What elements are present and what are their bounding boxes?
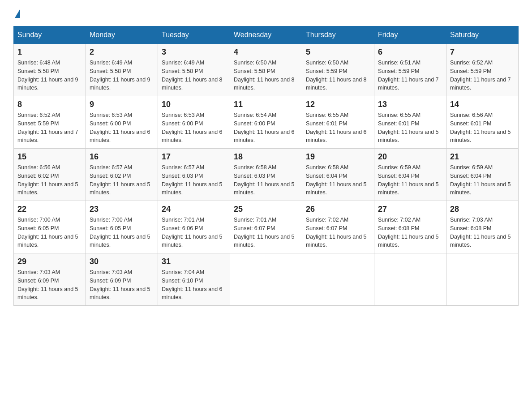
calendar-day-cell: 12 Sunrise: 6:55 AMSunset: 6:01 PMDaylig… — [302, 96, 374, 149]
day-of-week-header: Sunday — [14, 26, 86, 44]
day-info: Sunrise: 7:01 AMSunset: 6:07 PMDaylight:… — [234, 216, 298, 249]
calendar-header: SundayMondayTuesdayWednesdayThursdayFrid… — [14, 26, 519, 44]
day-info: Sunrise: 6:54 AMSunset: 6:00 PMDaylight:… — [234, 111, 298, 145]
calendar-day-cell: 6 Sunrise: 6:51 AMSunset: 5:59 PMDayligh… — [374, 44, 446, 96]
day-number: 10 — [162, 100, 226, 109]
day-number: 24 — [162, 205, 226, 214]
day-info: Sunrise: 6:58 AMSunset: 6:03 PMDaylight:… — [234, 163, 298, 197]
calendar-day-cell: 26 Sunrise: 7:02 AMSunset: 6:07 PMDaylig… — [302, 201, 374, 253]
day-number: 7 — [450, 47, 515, 57]
day-info: Sunrise: 7:03 AMSunset: 6:09 PMDaylight:… — [90, 268, 154, 302]
day-number: 20 — [378, 152, 442, 162]
calendar-day-cell: 15 Sunrise: 6:56 AMSunset: 6:02 PMDaylig… — [14, 149, 86, 201]
logo-arrow-icon — [15, 9, 20, 18]
calendar-table: SundayMondayTuesdayWednesdayThursdayFrid… — [13, 26, 519, 306]
day-number: 27 — [378, 205, 442, 214]
day-info: Sunrise: 6:55 AMSunset: 6:01 PMDaylight:… — [306, 111, 370, 145]
day-of-week-header: Friday — [374, 26, 446, 44]
day-of-week-header: Monday — [86, 26, 158, 44]
calendar-day-cell: 19 Sunrise: 6:58 AMSunset: 6:04 PMDaylig… — [302, 149, 374, 201]
day-number: 5 — [306, 47, 370, 57]
day-number: 11 — [234, 100, 298, 109]
day-number: 28 — [450, 205, 515, 214]
calendar-day-cell: 29 Sunrise: 7:03 AMSunset: 6:09 PMDaylig… — [14, 253, 86, 306]
day-of-week-header: Thursday — [302, 26, 374, 44]
day-number: 12 — [306, 100, 370, 109]
day-number: 30 — [90, 257, 154, 266]
day-info: Sunrise: 6:55 AMSunset: 6:01 PMDaylight:… — [378, 111, 442, 145]
calendar-day-cell: 11 Sunrise: 6:54 AMSunset: 6:00 PMDaylig… — [230, 96, 302, 149]
day-info: Sunrise: 7:00 AMSunset: 6:05 PMDaylight:… — [17, 216, 82, 249]
day-number: 2 — [90, 47, 154, 57]
day-info: Sunrise: 6:49 AMSunset: 5:58 PMDaylight:… — [162, 59, 226, 92]
day-number: 22 — [17, 205, 82, 214]
calendar-day-cell: 20 Sunrise: 6:59 AMSunset: 6:04 PMDaylig… — [374, 149, 446, 201]
calendar-day-cell: 27 Sunrise: 7:02 AMSunset: 6:08 PMDaylig… — [374, 201, 446, 253]
calendar-day-cell — [230, 253, 302, 306]
day-number: 14 — [450, 100, 515, 109]
calendar-day-cell: 14 Sunrise: 6:56 AMSunset: 6:01 PMDaylig… — [446, 96, 519, 149]
day-number: 6 — [378, 47, 442, 57]
calendar-day-cell: 10 Sunrise: 6:53 AMSunset: 6:00 PMDaylig… — [158, 96, 230, 149]
calendar-day-cell: 3 Sunrise: 6:49 AMSunset: 5:58 PMDayligh… — [158, 44, 230, 96]
day-info: Sunrise: 6:56 AMSunset: 6:01 PMDaylight:… — [450, 111, 515, 145]
calendar-day-cell — [302, 253, 374, 306]
calendar-day-cell: 7 Sunrise: 6:52 AMSunset: 5:59 PMDayligh… — [446, 44, 519, 96]
day-info: Sunrise: 6:59 AMSunset: 6:04 PMDaylight:… — [450, 163, 515, 197]
day-number: 17 — [162, 152, 226, 162]
day-info: Sunrise: 6:53 AMSunset: 6:00 PMDaylight:… — [90, 111, 154, 145]
day-info: Sunrise: 6:56 AMSunset: 6:02 PMDaylight:… — [17, 163, 82, 197]
day-info: Sunrise: 6:52 AMSunset: 5:59 PMDaylight:… — [450, 59, 515, 92]
day-number: 26 — [306, 205, 370, 214]
calendar-day-cell: 1 Sunrise: 6:48 AMSunset: 5:58 PMDayligh… — [14, 44, 86, 96]
day-info: Sunrise: 7:02 AMSunset: 6:08 PMDaylight:… — [378, 216, 442, 249]
day-number: 15 — [17, 152, 82, 162]
day-number: 9 — [90, 100, 154, 109]
calendar-day-cell: 17 Sunrise: 6:57 AMSunset: 6:03 PMDaylig… — [158, 149, 230, 201]
day-info: Sunrise: 6:59 AMSunset: 6:04 PMDaylight:… — [378, 163, 442, 197]
calendar-day-cell: 28 Sunrise: 7:03 AMSunset: 6:08 PMDaylig… — [446, 201, 519, 253]
day-info: Sunrise: 6:50 AMSunset: 5:58 PMDaylight:… — [234, 59, 298, 92]
calendar-week-row: 8 Sunrise: 6:52 AMSunset: 5:59 PMDayligh… — [14, 96, 519, 149]
calendar-week-row: 1 Sunrise: 6:48 AMSunset: 5:58 PMDayligh… — [14, 44, 519, 96]
day-info: Sunrise: 6:57 AMSunset: 6:03 PMDaylight:… — [162, 163, 226, 197]
day-number: 29 — [17, 257, 82, 266]
days-of-week-row: SundayMondayTuesdayWednesdayThursdayFrid… — [14, 26, 519, 44]
day-info: Sunrise: 6:50 AMSunset: 5:59 PMDaylight:… — [306, 59, 370, 92]
day-info: Sunrise: 7:01 AMSunset: 6:06 PMDaylight:… — [162, 216, 226, 249]
day-number: 16 — [90, 152, 154, 162]
day-info: Sunrise: 6:49 AMSunset: 5:58 PMDaylight:… — [90, 59, 154, 92]
calendar-week-row: 22 Sunrise: 7:00 AMSunset: 6:05 PMDaylig… — [14, 201, 519, 253]
day-number: 19 — [306, 152, 370, 162]
day-of-week-header: Saturday — [446, 26, 519, 44]
day-info: Sunrise: 6:58 AMSunset: 6:04 PMDaylight:… — [306, 163, 370, 197]
calendar-day-cell: 31 Sunrise: 7:04 AMSunset: 6:10 PMDaylig… — [158, 253, 230, 306]
logo — [13, 9, 20, 17]
calendar-day-cell: 30 Sunrise: 7:03 AMSunset: 6:09 PMDaylig… — [86, 253, 158, 306]
calendar-body: 1 Sunrise: 6:48 AMSunset: 5:58 PMDayligh… — [14, 44, 519, 306]
day-info: Sunrise: 6:51 AMSunset: 5:59 PMDaylight:… — [378, 59, 442, 92]
day-number: 13 — [378, 100, 442, 109]
day-info: Sunrise: 7:03 AMSunset: 6:09 PMDaylight:… — [17, 268, 82, 302]
day-of-week-header: Tuesday — [158, 26, 230, 44]
calendar-week-row: 15 Sunrise: 6:56 AMSunset: 6:02 PMDaylig… — [14, 149, 519, 201]
calendar-week-row: 29 Sunrise: 7:03 AMSunset: 6:09 PMDaylig… — [14, 253, 519, 306]
calendar-day-cell: 16 Sunrise: 6:57 AMSunset: 6:02 PMDaylig… — [86, 149, 158, 201]
day-info: Sunrise: 6:52 AMSunset: 5:59 PMDaylight:… — [17, 111, 82, 145]
calendar-day-cell: 4 Sunrise: 6:50 AMSunset: 5:58 PMDayligh… — [230, 44, 302, 96]
calendar-day-cell: 8 Sunrise: 6:52 AMSunset: 5:59 PMDayligh… — [14, 96, 86, 149]
page-header — [13, 9, 519, 17]
day-info: Sunrise: 7:03 AMSunset: 6:08 PMDaylight:… — [450, 216, 515, 249]
calendar-day-cell: 5 Sunrise: 6:50 AMSunset: 5:59 PMDayligh… — [302, 44, 374, 96]
calendar-day-cell — [446, 253, 519, 306]
day-of-week-header: Wednesday — [230, 26, 302, 44]
calendar-day-cell: 18 Sunrise: 6:58 AMSunset: 6:03 PMDaylig… — [230, 149, 302, 201]
day-number: 3 — [162, 47, 226, 57]
day-number: 31 — [162, 257, 226, 266]
day-number: 23 — [90, 205, 154, 214]
calendar-day-cell: 13 Sunrise: 6:55 AMSunset: 6:01 PMDaylig… — [374, 96, 446, 149]
calendar-day-cell: 25 Sunrise: 7:01 AMSunset: 6:07 PMDaylig… — [230, 201, 302, 253]
day-info: Sunrise: 7:02 AMSunset: 6:07 PMDaylight:… — [306, 216, 370, 249]
day-info: Sunrise: 6:57 AMSunset: 6:02 PMDaylight:… — [90, 163, 154, 197]
day-number: 8 — [17, 100, 82, 109]
